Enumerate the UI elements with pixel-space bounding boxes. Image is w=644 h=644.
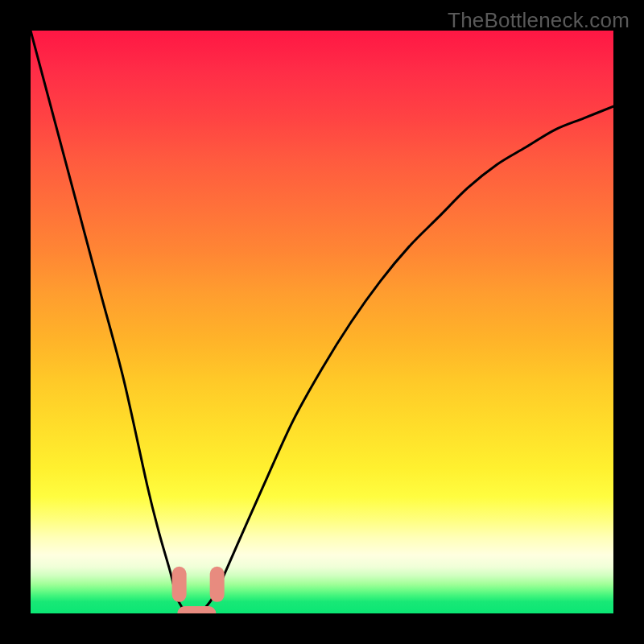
annotation-markers	[172, 567, 225, 613]
marker-left	[172, 567, 187, 602]
bottleneck-curve	[31, 31, 613, 613]
curve-layer	[31, 31, 613, 613]
marker-bottom	[177, 606, 216, 613]
marker-right	[210, 567, 225, 602]
plot-area	[31, 31, 613, 613]
chart-frame: TheBottleneck.com	[0, 0, 644, 644]
watermark-text: TheBottleneck.com	[448, 8, 630, 33]
